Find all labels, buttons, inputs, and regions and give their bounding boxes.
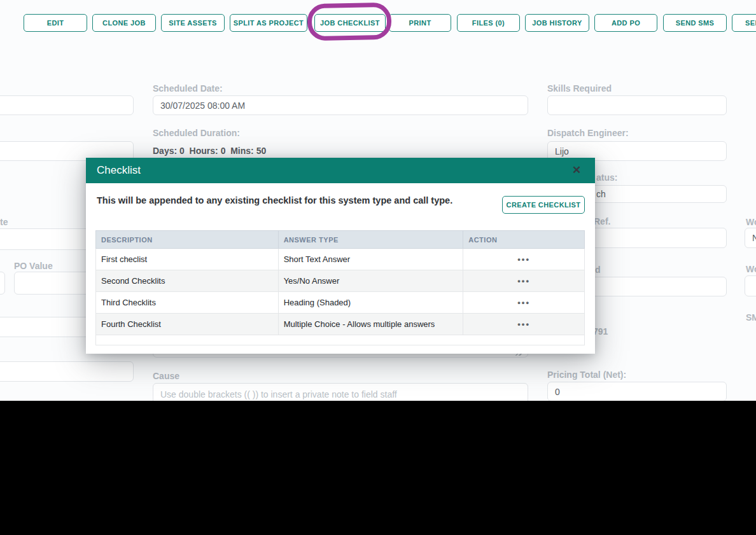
send-sms-button[interactable]: SEND SMS — [663, 14, 727, 32]
scheduled-duration-label: Scheduled Duration: — [153, 128, 240, 138]
cell-answer-type: Heading (Shaded) — [278, 292, 463, 314]
job-detail-page: EDIT CLONE JOB SITE ASSETS SPLIT AS PROJ… — [0, 0, 756, 401]
scheduled-date-input[interactable]: 30/07/2025 08:00 AM — [153, 95, 528, 115]
close-icon[interactable]: ✕ — [570, 163, 584, 177]
table-row: Fourth Checklist Multiple Choice - Allow… — [96, 314, 585, 335]
modal-note-text: This will be appended to any existing ch… — [97, 195, 479, 205]
far-right-input-1[interactable]: N — [745, 228, 756, 248]
modal-title: Checklist — [97, 164, 141, 177]
sms-label-fragment: SM — [746, 312, 756, 323]
column-header-description[interactable]: DESCRIPTION — [96, 231, 279, 249]
left-input-1[interactable] — [0, 95, 134, 115]
wo-label-fragment-1: Wo — [746, 217, 756, 227]
pricing-total-label: Pricing Total (Net): — [547, 370, 626, 380]
row-actions-menu-icon[interactable]: ••• — [463, 249, 585, 270]
cell-description: Second Checklits — [96, 270, 279, 292]
site-assets-button[interactable]: SITE ASSETS — [161, 14, 225, 32]
checklist-modal: Checklist ✕ This will be appended to any… — [86, 158, 595, 354]
cell-description: First checlist — [96, 249, 279, 270]
scheduled-date-label: Scheduled Date: — [153, 83, 223, 94]
table-header-row: DESCRIPTION ANSWER TYPE ACTION — [96, 231, 585, 249]
checklist-table: DESCRIPTION ANSWER TYPE ACTION First che… — [95, 230, 585, 345]
wo-label-fragment-2: Wo — [746, 264, 756, 274]
files-button[interactable]: FILES (0) — [457, 14, 520, 32]
print-button[interactable]: PRINT — [389, 14, 451, 32]
table-row: Second Checklits Yes/No Answer ••• — [96, 270, 585, 292]
row-actions-menu-icon[interactable]: ••• — [463, 270, 585, 292]
clone-job-button[interactable]: CLONE JOB — [92, 14, 156, 32]
table-row: Third Checklits Heading (Shaded) ••• — [96, 292, 585, 314]
label-fragment-d: d — [595, 265, 601, 275]
cell-answer-type: Short Text Answer — [278, 249, 463, 270]
edit-button[interactable]: EDIT — [24, 14, 87, 32]
row-actions-menu-icon[interactable]: ••• — [463, 292, 585, 314]
send-email-button-cut[interactable]: SEN — [732, 14, 756, 32]
column-header-answer-type[interactable]: ANSWER TYPE — [278, 231, 463, 249]
po-value-label: PO Value — [14, 261, 53, 271]
hours-value: 0 — [221, 146, 226, 156]
number-fragment: 791 — [593, 326, 608, 337]
column-header-action[interactable]: ACTION — [463, 231, 585, 249]
table-empty-row — [96, 335, 585, 345]
cell-description: Fourth Checklist — [96, 314, 279, 335]
left-input-5[interactable] — [0, 361, 134, 382]
black-letterbox — [0, 401, 756, 535]
add-po-button[interactable]: ADD PO — [594, 14, 657, 32]
dispatch-engineer-label: Dispatch Engineer: — [547, 128, 629, 138]
job-history-button[interactable]: JOB HISTORY — [525, 14, 589, 32]
days-value: 0 — [179, 146, 185, 156]
checklist-modal-header: Checklist ✕ — [86, 158, 595, 183]
mins-label: Mins: — [230, 146, 254, 156]
cell-description: Third Checklits — [96, 292, 279, 314]
row-actions-menu-icon[interactable]: ••• — [463, 314, 585, 335]
skills-required-label: Skills Required — [547, 83, 612, 94]
scheduled-duration-value: Days: 0 Hours: 0 Mins: 50 — [153, 146, 266, 156]
cause-label: Cause — [153, 371, 179, 381]
cause-textarea[interactable]: Use double brackets (( )) to insert a pr… — [153, 383, 528, 401]
table-row: First checlist Short Text Answer ••• — [96, 249, 585, 270]
split-as-project-button[interactable]: SPLIT AS PROJECT — [230, 14, 307, 32]
left-small-input[interactable] — [0, 272, 5, 295]
far-right-input-2[interactable] — [745, 275, 756, 296]
cause-placeholder: Use double brackets (( )) to insert a pr… — [160, 389, 397, 400]
hours-label: Hours: — [190, 146, 218, 156]
mins-value: 50 — [256, 146, 267, 156]
status-label-fragment: atus: — [596, 172, 617, 183]
pricing-total-input[interactable]: 0 — [547, 382, 727, 401]
left-label-fragment-te: te — [0, 217, 8, 227]
cell-answer-type: Multiple Choice - Allows multiple answer… — [278, 314, 463, 335]
create-checklist-button[interactable]: CREATE CHECKLIST — [502, 196, 585, 214]
ref-label-fragment: Ref. — [594, 216, 610, 226]
days-label: Days: — [153, 146, 177, 156]
skills-required-input[interactable] — [547, 95, 727, 115]
job-checklist-button[interactable]: JOB CHECKLIST — [314, 14, 386, 32]
cell-answer-type: Yes/No Answer — [278, 270, 463, 292]
